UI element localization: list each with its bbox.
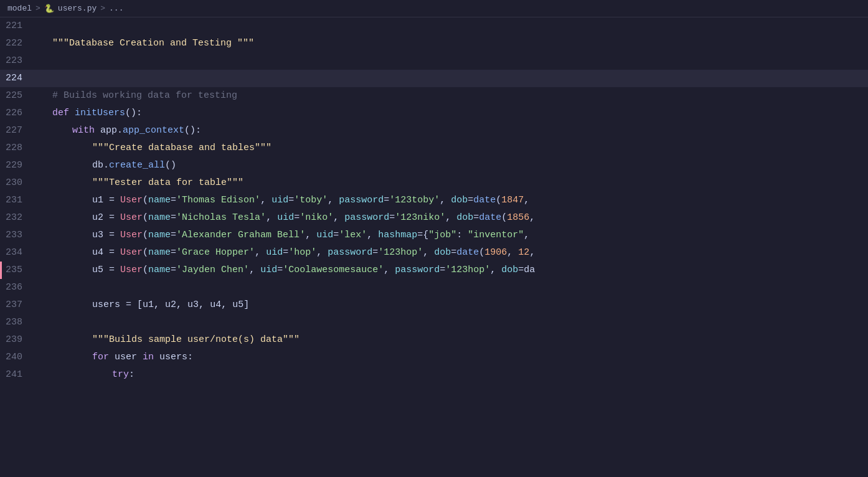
- code-line-230: 230 """Tester data for table""": [0, 174, 868, 192]
- line-num-226: 226: [0, 105, 32, 122]
- breadcrumb-context: ...: [109, 4, 123, 13]
- code-line-225: 225 # Builds working data for testing: [0, 87, 868, 105]
- line-num-230: 230: [0, 174, 32, 192]
- file-icon: 🐍: [44, 4, 54, 14]
- line-content-230: """Tester data for table""": [32, 174, 868, 192]
- breadcrumb: model > 🐍 users.py > ...: [0, 0, 868, 17]
- line-num-224: 224: [0, 70, 32, 87]
- code-line-235: 235 u5 = User(name='Jayden Chen', uid='C…: [0, 262, 868, 279]
- line-num-227: 227: [0, 122, 32, 139]
- code-line-239: 239 """Builds sample user/note(s) data""…: [0, 331, 868, 349]
- line-num-232: 232: [0, 209, 32, 227]
- code-line-222: 222 """Database Creation and Testing """: [0, 35, 868, 52]
- code-line-241: 241 try:: [0, 366, 868, 384]
- breadcrumb-model[interactable]: model: [7, 4, 32, 13]
- line-num-233: 233: [0, 227, 32, 244]
- code-line-238: 238: [0, 314, 868, 331]
- code-line-231: 231 u1 = User(name='Thomas Edison', uid=…: [0, 192, 868, 209]
- line-content-238: [32, 314, 868, 331]
- line-num-236: 236: [0, 279, 32, 296]
- code-line-227: 227 with app.app_context():: [0, 122, 868, 139]
- line-content-228: """Create database and tables""": [32, 139, 868, 157]
- code-line-221: 221: [0, 17, 868, 35]
- line-num-238: 238: [0, 314, 32, 331]
- line-content-233: u3 = User(name='Alexander Graham Bell', …: [32, 227, 868, 244]
- code-line-236: 236: [0, 279, 868, 296]
- line-num-225: 225: [0, 87, 32, 105]
- line-num-231: 231: [0, 192, 32, 209]
- line-num-239: 239: [0, 331, 32, 349]
- line-content-237: users = [u1, u2, u3, u4, u5]: [32, 296, 868, 314]
- line-content-235: u5 = User(name='Jayden Chen', uid='Coola…: [32, 262, 868, 279]
- line-content-236: [32, 279, 868, 296]
- breadcrumb-sep2: >: [100, 4, 105, 13]
- line-num-222: 222: [0, 35, 32, 52]
- line-num-234: 234: [0, 244, 32, 262]
- code-line-237: 237 users = [u1, u2, u3, u4, u5]: [0, 296, 868, 314]
- line-content-240: for user in users:: [32, 349, 868, 366]
- breadcrumb-file[interactable]: users.py: [58, 4, 97, 13]
- code-line-224: 224: [0, 70, 868, 87]
- line-content-232: u2 = User(name='Nicholas Tesla', uid='ni…: [32, 209, 868, 227]
- line-num-241: 241: [0, 366, 32, 384]
- code-line-232: 232 u2 = User(name='Nicholas Tesla', uid…: [0, 209, 868, 227]
- code-editor: 221 222 """Database Creation and Testing…: [0, 17, 868, 477]
- line-content-229: db.create_all(): [32, 157, 868, 174]
- line-content-234: u4 = User(name='Grace Hopper', uid='hop'…: [32, 244, 868, 262]
- breadcrumb-sep1: >: [35, 4, 40, 13]
- line-num-240: 240: [0, 349, 32, 366]
- line-content-241: try:: [32, 366, 868, 384]
- line-content-239: """Builds sample user/note(s) data""": [32, 331, 868, 349]
- line-content-223: [32, 52, 868, 70]
- line-num-229: 229: [0, 157, 32, 174]
- line-content-226: def initUsers():: [32, 105, 868, 122]
- line-num-221: 221: [0, 17, 32, 35]
- line-num-228: 228: [0, 139, 32, 157]
- code-line-226: 226 def initUsers():: [0, 105, 868, 122]
- code-line-228: 228 """Create database and tables""": [0, 139, 868, 157]
- line-num-223: 223: [0, 52, 32, 70]
- line-content-221: [32, 17, 868, 35]
- line-num-235: 235: [0, 262, 32, 279]
- error-indicator-235: [0, 262, 2, 279]
- line-content-225: # Builds working data for testing: [32, 87, 868, 105]
- line-content-224: [32, 70, 868, 87]
- code-line-234: 234 u4 = User(name='Grace Hopper', uid='…: [0, 244, 868, 262]
- code-line-240: 240 for user in users:: [0, 349, 868, 366]
- line-content-222: """Database Creation and Testing """: [32, 35, 868, 52]
- code-line-223: 223: [0, 52, 868, 70]
- code-line-233: 233 u3 = User(name='Alexander Graham Bel…: [0, 227, 868, 244]
- line-num-237: 237: [0, 296, 32, 314]
- code-line-229: 229 db.create_all(): [0, 157, 868, 174]
- line-content-227: with app.app_context():: [32, 122, 868, 139]
- line-content-231: u1 = User(name='Thomas Edison', uid='tob…: [32, 192, 868, 209]
